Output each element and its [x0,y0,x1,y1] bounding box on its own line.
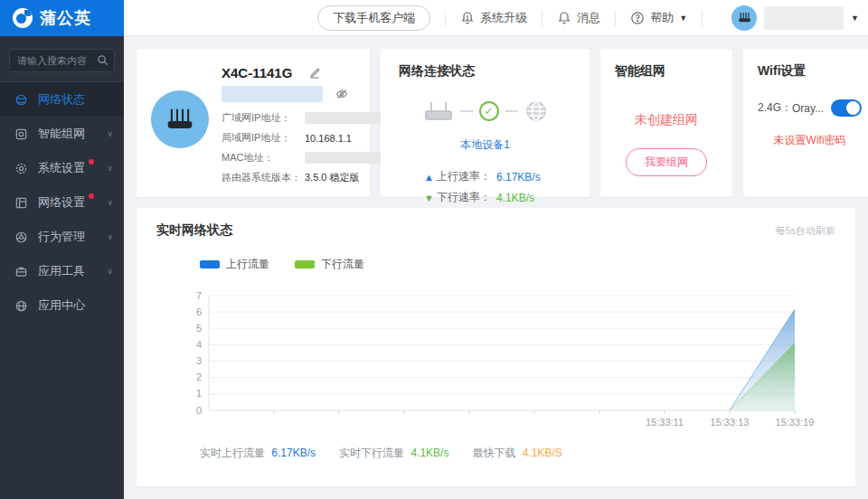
stat-value: 4.1KB/S [523,447,562,459]
messages-label: 消息 [577,10,600,26]
svg-text:0: 0 [196,405,202,416]
user-caret-icon: ▼ [851,14,859,23]
eye-off-icon[interactable] [335,88,348,100]
firmware-label: 路由器系统版本： [222,171,305,184]
svg-text:15:33:19: 15:33:19 [776,417,815,428]
wifi-band-label: 2.4G： [758,100,792,116]
traffic-area-chart: 0123456715:33:1115:33:1315:33:19 [156,285,838,440]
sidebar-item-network-status[interactable]: 网络状态 [0,82,124,117]
chevron-down-icon: ∨ [107,129,113,138]
download-rate-value: 4.1KB/s [496,192,534,204]
upload-legend-swatch [200,260,220,268]
edit-pencil-icon[interactable] [308,67,321,80]
create-network-button[interactable]: 我要组网 [626,148,707,176]
help-menu[interactable]: 帮助 ▼ [630,10,687,26]
download-rate-label: 下行速率： [437,190,491,205]
app-center-globe-icon [14,299,28,313]
lan-ip-label: 局域网IP地址： [222,131,305,145]
legend-download[interactable]: 下行流量 [295,257,364,272]
svg-text:3: 3 [196,355,202,366]
system-upgrade-button[interactable]: 系统升级 [460,10,527,26]
wan-ip-row: 广域网IP地址： [222,111,399,125]
stat-label: 实时下行流量 [339,447,404,459]
header-divider [615,10,616,26]
smart-network-icon [14,127,28,141]
app-tools-briefcase-icon [14,265,28,278]
svg-text:1: 1 [196,388,202,399]
user-avatar [731,5,757,31]
router-avatar-image [151,90,209,148]
download-app-button[interactable]: 下载手机客户端 [317,5,430,31]
sidebar-item-network-settings[interactable]: 网络设置 ∨ [0,185,124,220]
behavior-management-icon [14,231,28,244]
serial-number-masked [222,86,323,102]
username-masked [764,6,844,30]
help-question-icon [630,11,645,25]
brand-logo: 蒲公英 [0,0,124,36]
smart-network-card: 智能组网 未创建组网 我要组网 [600,49,732,197]
lan-ip-row: 局域网IP地址： 10.168.1.1 [222,131,399,145]
upload-rate-row: ▲ 上行速率： 6.17KB/s [424,169,571,184]
smart-card-title: 智能组网 [615,63,718,80]
down-arrow-icon: ▼ [424,193,437,203]
upload-rate-label: 上行速率： [437,169,491,184]
header-divider [445,10,446,26]
lan-ip-value: 10.168.1.1 [305,133,352,144]
stat-value: 6.17KB/s [271,447,316,459]
wifi-password-warning-link[interactable]: 未设置Wifi密码 [758,133,862,148]
system-upgrade-label: 系统升级 [480,10,527,26]
mac-row: MAC地址： [222,151,399,165]
messages-bell-icon [557,11,571,25]
svg-text:2: 2 [196,372,202,382]
connector-line [460,110,473,112]
top-header: 蒲公英 下载手机客户端 系统升级 消息 帮助 ▼ [0,0,868,36]
upload-rate-value: 6.17KB/s [496,171,541,184]
sidebar-item-smart-network[interactable]: 智能组网 ∨ [0,117,124,151]
internet-globe-icon [524,99,548,123]
header-divider [542,10,542,26]
wifi-settings-card: Wifi设置 2.4G： Oray... 未设置Wifi密码 [743,49,868,197]
svg-text:4: 4 [196,339,202,350]
download-rate-row: ▼ 下行速率： 4.1KB/s [424,190,571,205]
legend-upload[interactable]: 上行流量 [200,257,269,272]
sidebar-item-app-tools[interactable]: 应用工具 ∨ [0,254,124,288]
chevron-down-icon: ∨ [107,267,113,276]
help-caret-icon: ▼ [679,14,687,23]
sidebar-item-label: 应用中心 [38,297,85,314]
fastest-download-stat: 最快下载 4.1KB/S [472,446,561,461]
chevron-down-icon: ∨ [107,198,113,207]
connection-status-card: 网络连接状态 ✓ 本地设备1 ▲ 上行速率： 6.17K [381,49,590,197]
refresh-note: 每5s自动刷新 [775,224,835,238]
realtime-upload-stat: 实时上行流量 6.17KB/s [200,446,316,461]
sidebar-item-label: 网络状态 [38,91,85,108]
download-legend-swatch [295,260,315,268]
network-status-icon [14,93,28,107]
user-account-menu[interactable]: ▼ [731,5,859,31]
sidebar-item-system-settings[interactable]: 系统设置 ∨ [0,151,124,185]
router-image-icon [163,102,197,137]
firmware-value: 3.5.0 稳定版 [305,171,360,184]
system-upgrade-bell-icon [460,11,475,25]
connector-line [505,110,518,112]
svg-text:15:33:13: 15:33:13 [711,417,750,428]
sidebar-item-app-center[interactable]: 应用中心 [0,288,124,323]
chart-title: 实时网络状态 [156,222,232,239]
sidebar-item-label: 智能组网 [38,126,85,142]
router-device-icon [423,99,454,123]
stat-value: 4.1KB/s [410,447,448,459]
brand-name: 蒲公英 [40,7,91,29]
mac-label: MAC地址： [222,151,305,165]
help-label: 帮助 [650,10,674,26]
stat-label: 实时上行流量 [200,447,265,459]
header-divider [702,10,703,26]
messages-button[interactable]: 消息 [557,10,600,26]
sidebar-item-behavior-management[interactable]: 行为管理 ∨ [0,220,124,254]
search-icon[interactable] [97,54,108,66]
wifi-ssid: Oray... [792,102,824,115]
wifi-toggle[interactable] [831,99,862,117]
local-devices-link[interactable]: 本地设备1 [399,137,571,153]
chevron-down-icon: ∨ [107,232,113,241]
upload-legend-label: 上行流量 [226,257,269,272]
brand-logo-icon [13,8,33,28]
main-content: X4C-1141G 广域网IP地址： [124,36,868,499]
